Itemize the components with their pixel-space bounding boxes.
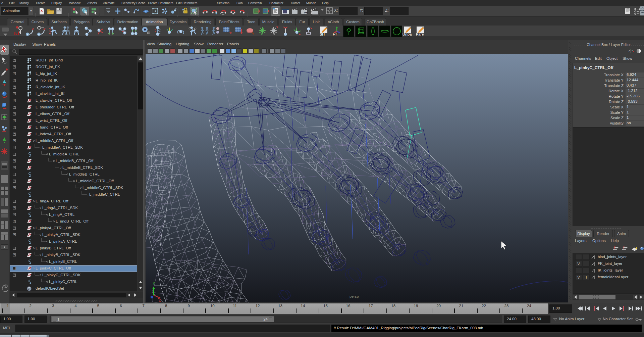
svg-text:X: X <box>159 299 161 302</box>
svg-text:persp: persp <box>350 294 359 298</box>
svg-text:Y: Y <box>153 282 155 285</box>
svg-text:IPR: IPR <box>304 11 308 14</box>
